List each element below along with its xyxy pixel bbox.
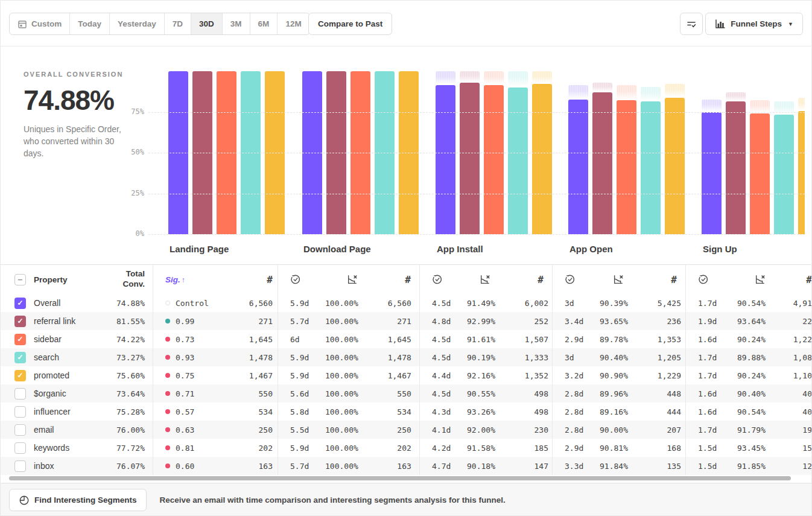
clock-check-icon[interactable] (290, 274, 325, 285)
date-range-30d[interactable]: 30D (191, 13, 223, 34)
row-checkbox-checked[interactable]: ✓ (14, 370, 26, 381)
date-range-7d[interactable]: 7D (165, 13, 191, 34)
list-options-button[interactable] (680, 13, 703, 35)
bar-sidebar-app-install[interactable] (484, 85, 504, 234)
select-all-checkbox[interactable]: – (14, 274, 26, 285)
chart-decline-x-icon[interactable] (733, 274, 766, 285)
date-range-6m[interactable]: 6M (250, 13, 278, 34)
row-sig-cell: 0.63250 (153, 421, 278, 439)
bar-promoted-app-open[interactable] (665, 98, 685, 234)
bar-promoted-app-install[interactable] (532, 84, 552, 234)
clock-check-icon[interactable] (565, 274, 600, 285)
row-step-cell: 1.5d93.45%15 (686, 439, 812, 457)
bar-sidebar-app-open[interactable] (617, 100, 636, 234)
property-name: search (34, 352, 107, 362)
bar-search-sign-up[interactable] (774, 115, 794, 234)
chart-decline-x-icon[interactable] (600, 274, 624, 285)
gridline (148, 234, 805, 235)
date-range-today[interactable]: Today (70, 13, 110, 34)
step-count: 1,352 (495, 371, 548, 380)
list-check-icon (686, 19, 697, 30)
chart-decline-x-icon[interactable] (325, 274, 358, 285)
step-count: 135 (628, 462, 681, 471)
avg-time-value: 4.2d (432, 444, 467, 453)
table-row-referral-link: ✓referral link81.55%0.992715.7d100.00%27… (1, 312, 812, 330)
conversion-rate-value: 100.00% (325, 425, 358, 435)
step-count: 550 (358, 389, 411, 398)
row-step-cell: 4.5d90.19%1,333 (420, 348, 553, 366)
chart-decline-x-icon[interactable] (467, 274, 490, 285)
bar-search-app-install[interactable] (508, 88, 528, 235)
conversion-rate-value: 93.45% (733, 444, 766, 453)
hash-icon[interactable]: # (490, 274, 544, 285)
avg-time-value: 3d (565, 299, 600, 308)
avg-time-value: 2.9d (565, 444, 600, 453)
hash-icon[interactable]: # (766, 274, 812, 285)
clock-check-icon[interactable] (432, 274, 467, 285)
row-sig-cell: 0.931,478 (153, 348, 278, 366)
date-range-yesterday[interactable]: Yesterday (110, 13, 165, 34)
conversion-rate-value: 90.19% (467, 353, 495, 362)
bar-overall-sign-up[interactable] (702, 112, 722, 234)
step-count: 250 (259, 425, 273, 435)
row-checkbox-unchecked[interactable] (14, 424, 26, 436)
row-checkbox-checked[interactable]: ✓ (14, 298, 26, 309)
step-count: 207 (628, 425, 681, 435)
dropoff-cap (436, 71, 455, 85)
date-range-label: 3M (230, 19, 242, 28)
toolbar: CustomTodayYesterday7D30D3M6M12M Compare… (1, 1, 811, 46)
bar-sidebar-sign-up[interactable] (750, 113, 770, 234)
row-checkbox-checked[interactable]: ✓ (14, 352, 26, 363)
funnel-steps-view-button[interactable]: Funnel Steps ▼ (705, 13, 803, 35)
conversion-rate-value: 91.49% (467, 299, 495, 308)
clock-check-icon[interactable] (698, 274, 733, 285)
funnel-chart-section: OVERALL CONVERSION 74.88% Uniques in Spe… (1, 46, 812, 264)
row-checkbox-unchecked[interactable] (14, 442, 26, 454)
bar-search-app-open[interactable] (641, 101, 661, 234)
date-range-label: 6M (258, 19, 270, 28)
compare-to-past-button[interactable]: Compare to Past (308, 13, 392, 35)
step-count: 40 (766, 389, 812, 398)
bar-referral-link-sign-up[interactable] (726, 101, 746, 234)
dropoff-cap (484, 71, 504, 85)
horizontal-scrollbar-thumb[interactable] (9, 476, 791, 480)
row-step-cell: 6d100.00%1,645 (278, 330, 420, 348)
total-conv-column-header: Total Conv. (107, 269, 145, 290)
row-checkbox-unchecked[interactable] (14, 460, 26, 472)
gridline (148, 112, 805, 113)
dropoff-cap (460, 71, 480, 83)
row-checkbox-unchecked[interactable] (14, 406, 26, 418)
bar-referral-link-app-open[interactable] (592, 92, 612, 234)
total-conversion-value: 75.28% (107, 407, 145, 416)
hash-icon: # (267, 274, 273, 285)
bar-referral-link-app-install[interactable] (460, 83, 480, 234)
table-row-keywords: keywords77.72%0.812025.9d100.00%2024.2d9… (1, 439, 812, 457)
bar-overall-app-open[interactable] (568, 100, 588, 234)
find-interesting-segments-button[interactable]: Find Interesting Segments (9, 489, 147, 511)
date-range-3m[interactable]: 3M (223, 13, 250, 34)
property-name: $organic (34, 389, 107, 398)
step-count: 15 (766, 444, 812, 453)
conversion-rate-value: 92.16% (467, 371, 495, 380)
step-count: 5,425 (628, 299, 681, 308)
hash-icon[interactable]: # (624, 274, 677, 285)
property-name: influencer (34, 407, 107, 416)
footer-bar: Find Interesting Segments Receive an ema… (1, 483, 811, 516)
date-range-custom[interactable]: Custom (10, 13, 70, 34)
conversion-rate-value: 100.00% (325, 389, 358, 398)
avg-time-value: 4.3d (432, 407, 467, 416)
date-range-12m[interactable]: 12M (278, 13, 309, 34)
step-count: 1,08 (766, 353, 812, 362)
bar-promoted-sign-up[interactable] (798, 111, 805, 234)
row-checkbox-checked[interactable]: ✓ (14, 316, 26, 327)
bar-overall-app-install[interactable] (436, 85, 455, 234)
row-sig-cell: 0.71550 (153, 384, 278, 403)
hash-icon[interactable]: # (358, 274, 411, 285)
avg-time-value: 5.8d (290, 407, 325, 416)
row-checkbox-unchecked[interactable] (14, 388, 26, 400)
step-count: 6,002 (495, 299, 548, 308)
date-range-label: Yesterday (118, 19, 156, 28)
sig-column-header[interactable]: Sig.↑ (165, 275, 185, 284)
step-count: 444 (628, 407, 681, 416)
row-checkbox-checked[interactable]: ✓ (14, 334, 26, 345)
